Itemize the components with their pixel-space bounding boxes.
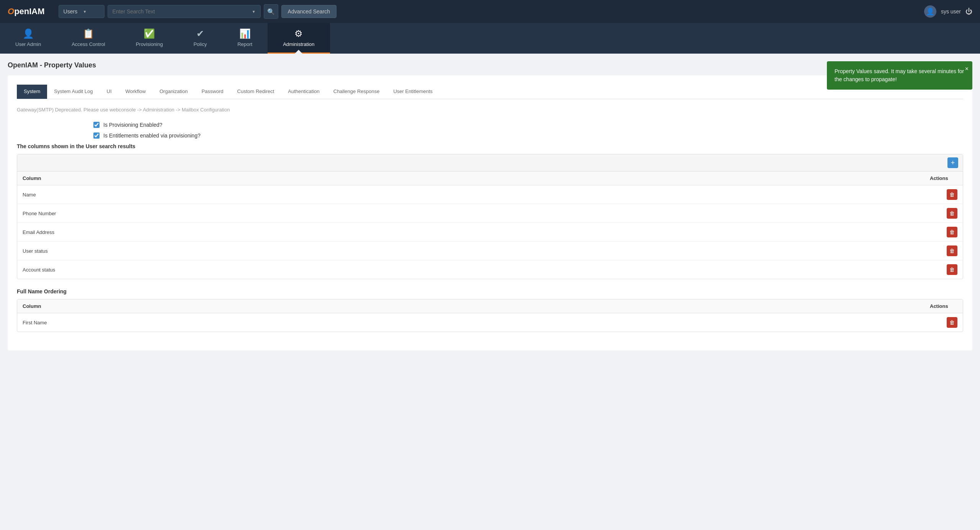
search-input[interactable] <box>113 8 249 15</box>
close-icon[interactable]: × <box>965 64 969 74</box>
search-button[interactable]: 🔍 <box>264 4 278 19</box>
success-notification: Property Values saved. It may take sever… <box>827 61 972 90</box>
deprecation-notice: Gateway(SMTP) Deprecated. Please use web… <box>17 105 963 114</box>
user-search-table: Column Actions Name 🗑 Phone Number 🗑 <box>17 172 963 279</box>
tab-password[interactable]: Password <box>194 85 230 99</box>
actions-cell: 🗑 <box>924 204 963 223</box>
actions-cell: 🗑 <box>924 223 963 242</box>
dropdown-value: Users <box>64 8 80 15</box>
tab-workflow[interactable]: Workflow <box>119 85 153 99</box>
tab-authentication[interactable]: Authentication <box>281 85 326 99</box>
delete-button[interactable]: 🗑 <box>947 245 957 256</box>
full-name-table-wrapper: Column Actions First Name 🗑 <box>17 299 963 332</box>
user-admin-icon: 👤 <box>23 28 34 39</box>
actions-cell: 🗑 <box>924 260 963 279</box>
entitlements-enabled-checkbox[interactable] <box>93 132 100 139</box>
nav-item-user-admin[interactable]: 👤 User Admin <box>0 23 56 54</box>
tab-organization[interactable]: Organization <box>153 85 195 99</box>
provisioning-enabled-row: Is Provisioning Enabled? <box>93 122 963 128</box>
top-bar: OpenIAM Users ▼ ▼ 🔍 Advanced Search 👤 sy… <box>0 0 980 23</box>
full-name-section-title: Full Name Ordering <box>17 288 963 294</box>
column-cell: User status <box>17 242 924 260</box>
entitlements-enabled-row: Is Entitlements enabled via provisioning… <box>93 132 963 139</box>
advanced-search-button[interactable]: Advanced Search <box>281 5 337 18</box>
nav-item-provisioning[interactable]: ✅ Provisioning <box>121 23 178 54</box>
administration-icon: ⚙ <box>294 28 303 39</box>
property-values-card: System System Audit Log UI Workflow Orga… <box>8 75 972 350</box>
user-search-table-toolbar: + <box>17 154 963 172</box>
delete-button[interactable]: 🗑 <box>947 317 957 328</box>
search-area: Users ▼ ▼ 🔍 Advanced Search <box>59 4 918 19</box>
column-cell: Email Address <box>17 223 924 242</box>
page-content: OpenIAM - Property Values Property Value… <box>0 54 980 366</box>
entity-type-dropdown[interactable]: Users ▼ <box>59 5 105 18</box>
actions-cell: 🗑 <box>924 313 963 332</box>
full-name-column-header: Column <box>17 299 924 313</box>
tab-custom-redirect[interactable]: Custom Redirect <box>230 85 281 99</box>
top-bar-right: 👤 sys user ⏻ <box>924 5 972 18</box>
column-cell: Account status <box>17 260 924 279</box>
nav-label-report: Report <box>237 41 252 47</box>
actions-header: Actions <box>924 172 963 185</box>
table-row: Name 🗑 <box>17 185 963 204</box>
tab-challenge-response[interactable]: Challenge Response <box>327 85 387 99</box>
nav-label-policy: Policy <box>193 41 207 47</box>
table-row: Email Address 🗑 <box>17 223 963 242</box>
nav-label-provisioning: Provisioning <box>136 41 163 47</box>
column-header: Column <box>17 172 924 185</box>
provisioning-icon: ✅ <box>144 28 155 39</box>
table-row: First Name 🗑 <box>17 313 963 332</box>
user-search-columns-section: The columns shown in the User search res… <box>17 143 963 279</box>
column-cell: Phone Number <box>17 204 924 223</box>
report-icon: 📊 <box>239 28 251 39</box>
table-row: Phone Number 🗑 <box>17 204 963 223</box>
tab-ui[interactable]: UI <box>100 85 119 99</box>
nav-label-user-admin: User Admin <box>15 41 41 47</box>
column-cell: Name <box>17 185 924 204</box>
user-search-table-wrapper: + Column Actions Name 🗑 <box>17 154 963 279</box>
entitlements-enabled-label: Is Entitlements enabled via provisioning… <box>103 132 201 139</box>
nav-item-report[interactable]: 📊 Report <box>222 23 268 54</box>
delete-button[interactable]: 🗑 <box>947 264 957 275</box>
logo: OpenIAM <box>8 7 45 16</box>
tab-system[interactable]: System <box>17 85 47 99</box>
tab-user-entitlements[interactable]: User Entitlements <box>386 85 439 99</box>
chevron-down-icon: ▼ <box>83 10 100 14</box>
nav-item-access-control[interactable]: 📋 Access Control <box>56 23 120 54</box>
tabs-bar: System System Audit Log UI Workflow Orga… <box>17 85 963 99</box>
full-name-table: Column Actions First Name 🗑 <box>17 299 963 332</box>
add-column-button[interactable]: + <box>947 157 958 168</box>
actions-cell: 🗑 <box>924 185 963 204</box>
nav-item-administration[interactable]: ⚙ Administration <box>268 23 330 54</box>
provisioning-enabled-checkbox[interactable] <box>93 122 100 128</box>
user-search-section-title: The columns shown in the User search res… <box>17 143 963 149</box>
full-name-ordering-section: Full Name Ordering Column Actions First … <box>17 288 963 332</box>
search-input-box: ▼ <box>108 5 261 18</box>
delete-button[interactable]: 🗑 <box>947 208 957 219</box>
power-icon[interactable]: ⏻ <box>965 8 972 16</box>
table-row: User status 🗑 <box>17 242 963 260</box>
table-row: Account status 🗑 <box>17 260 963 279</box>
main-nav: 👤 User Admin 📋 Access Control ✅ Provisio… <box>0 23 980 54</box>
full-name-actions-header: Actions <box>924 299 963 313</box>
actions-cell: 🗑 <box>924 242 963 260</box>
delete-button[interactable]: 🗑 <box>947 189 957 200</box>
nav-label-access-control: Access Control <box>72 41 105 47</box>
nav-label-administration: Administration <box>283 41 314 47</box>
chevron-down-icon-input: ▼ <box>252 10 256 14</box>
tab-system-audit-log[interactable]: System Audit Log <box>47 85 100 99</box>
logo-letter: O <box>8 7 14 16</box>
policy-icon: ✔ <box>196 28 204 39</box>
user-name: sys user <box>941 8 961 15</box>
delete-button[interactable]: 🗑 <box>947 227 957 237</box>
access-control-icon: 📋 <box>83 28 94 39</box>
nav-item-policy[interactable]: ✔ Policy <box>178 23 222 54</box>
provisioning-enabled-label: Is Provisioning Enabled? <box>103 122 162 128</box>
avatar: 👤 <box>924 5 936 18</box>
notification-message: Property Values saved. It may take sever… <box>835 68 964 82</box>
column-cell: First Name <box>17 313 924 332</box>
